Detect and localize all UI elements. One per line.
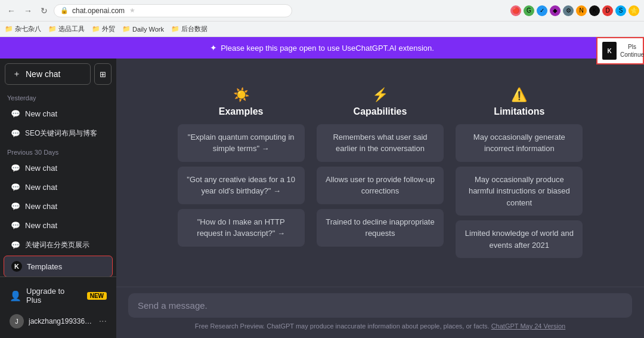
sun-icon: ☀️ xyxy=(178,87,305,103)
ext-icon-2[interactable]: G xyxy=(524,5,534,16)
sidebar-item-templates[interactable]: K Templates xyxy=(4,256,113,276)
sidebar-item-prev3-label: New chat xyxy=(25,202,57,211)
chat-icon-3: 💬 xyxy=(11,164,20,173)
banner: ✦ Please keep this page open to use UseC… xyxy=(0,37,644,59)
sidebar-item-prev4-label: New chat xyxy=(25,221,57,230)
ext-icon-6[interactable]: N xyxy=(576,5,587,16)
examples-column: ☀️ Examples "Explain quantum computing i… xyxy=(178,87,305,259)
capability-card-3[interactable]: Trained to decline inappropriate request… xyxy=(317,209,444,247)
section-label-30days: Previous 30 Days xyxy=(0,144,116,158)
main-content: ☀️ Examples "Explain quantum computing i… xyxy=(116,59,644,338)
sidebar-item-prev2[interactable]: 💬 New chat xyxy=(4,178,113,196)
sidebar-item-keywords-label: 关键词在分类页展示 xyxy=(25,240,89,250)
example-card-3[interactable]: "How do I make an HTTP request in Javasc… xyxy=(178,209,305,247)
bookmark-tools[interactable]: 📁 选品工具 xyxy=(48,24,85,33)
ext-icon-7[interactable]: K xyxy=(589,5,600,16)
capabilities-title: Capabilities xyxy=(317,106,444,117)
chat-area: ☀️ Examples "Explain quantum computing i… xyxy=(116,59,644,287)
new-chat-label: New chat xyxy=(26,69,60,79)
user-profile[interactable]: J jackzhang199336@... ··· xyxy=(5,309,112,333)
section-label-yesterday: Yesterday xyxy=(0,90,116,104)
example-card-2-text: "Got any creative ideas for a 10 year ol… xyxy=(187,175,295,196)
ext-icon-10[interactable]: ⭐ xyxy=(628,5,639,16)
limitation-card-3-text: Limited knowledge of world and events af… xyxy=(465,229,574,250)
sidebar-item-seo[interactable]: 💬 SEO关键词布局与博客 xyxy=(4,124,113,143)
ext-icon-3[interactable]: ✓ xyxy=(537,5,547,16)
example-card-3-text: "How do I make an HTTP request in Javasc… xyxy=(197,217,285,238)
k-icon: K xyxy=(11,261,22,272)
address-text: chat.openai.com xyxy=(72,7,125,15)
chat-icon-2: 💬 xyxy=(11,129,20,138)
forward-button[interactable]: → xyxy=(21,5,35,17)
capability-card-1-text: Remembers what user said earlier in the … xyxy=(333,133,427,153)
capability-card-3-text: Trained to decline inappropriate request… xyxy=(326,217,434,238)
bookmark-daily[interactable]: 📁 Daily Work xyxy=(122,25,164,33)
chat-icon-6: 💬 xyxy=(11,221,20,230)
sidebar-item-prev1-label: New chat xyxy=(25,164,57,173)
footer-link[interactable]: ChatGPT May 24 Version xyxy=(491,322,566,330)
chat-icon-7: 💬 xyxy=(11,241,20,250)
username-label: jackzhang199336@... xyxy=(29,317,94,325)
upgrade-button[interactable]: 👤 Upgrade to Plus NEW xyxy=(5,282,112,309)
capabilities-header: ⚡ Capabilities xyxy=(317,87,444,117)
sidebar-item-prev1[interactable]: 💬 New chat xyxy=(4,159,113,177)
ext-popup-icon: K xyxy=(602,42,617,60)
capability-card-1[interactable]: Remembers what user said earlier in the … xyxy=(317,124,444,162)
sidebar-item-prev4[interactable]: 💬 New chat xyxy=(4,216,113,235)
sidebar-item-keywords[interactable]: 💬 关键词在分类页展示 xyxy=(4,235,113,255)
columns-icon: ⊞ xyxy=(100,70,106,79)
user-circle-icon: 👤 xyxy=(10,290,21,302)
ext-icon-9[interactable]: S xyxy=(615,5,626,16)
banner-text: Please keep this page open to use UseCha… xyxy=(221,44,434,53)
example-card-1[interactable]: "Explain quantum computing in simple ter… xyxy=(178,124,305,162)
bookmark-misc[interactable]: 📁 杂七杂八 xyxy=(5,24,41,33)
limitation-card-2[interactable]: May occasionally produce harmful instruc… xyxy=(456,167,583,216)
upgrade-label: Upgrade to Plus xyxy=(26,287,80,305)
triangle-icon: ⚠️ xyxy=(456,87,583,103)
sidebar-item-templates-label: Templates xyxy=(27,262,62,271)
limitations-title: Limitations xyxy=(456,106,583,117)
refresh-button[interactable]: ↻ xyxy=(38,5,50,17)
cards-grid: ☀️ Examples "Explain quantum computing i… xyxy=(178,87,583,259)
example-card-1-text: "Explain quantum computing in simple ter… xyxy=(188,133,295,153)
message-placeholder: Send a message. xyxy=(138,300,623,311)
app: ＋ New chat ⊞ Yesterday 💬 New chat 💬 SEO关… xyxy=(0,59,644,338)
bookmark-trade[interactable]: 📁 外贸 xyxy=(92,24,115,33)
extension-popup[interactable]: K Pls Continue xyxy=(596,37,644,64)
sidebar-top: ＋ New chat ⊞ xyxy=(0,59,116,90)
ext-icon-4[interactable]: ◆ xyxy=(550,5,561,16)
address-bar[interactable]: 🔒 chat.openai.com ★ xyxy=(54,4,292,17)
bookmark-backend[interactable]: 📁 后台数据 xyxy=(171,24,208,33)
capabilities-column: ⚡ Capabilities Remembers what user said … xyxy=(317,87,444,259)
new-chat-button[interactable]: ＋ New chat xyxy=(5,63,91,85)
limitation-card-3[interactable]: Limited knowledge of world and events af… xyxy=(456,220,583,258)
footer-text: Free Research Preview. ChatGPT may produ… xyxy=(128,318,632,332)
banner-sparkle-icon: ✦ xyxy=(210,43,217,53)
ext-icon-5[interactable]: ⚙ xyxy=(563,5,574,16)
limitation-card-1[interactable]: May occasionally generate incorrect info… xyxy=(456,124,583,162)
sidebar-list: Yesterday 💬 New chat 💬 SEO关键词布局与博客 Previ… xyxy=(0,90,116,276)
ext-icon-1[interactable]: 🔴 xyxy=(510,5,521,16)
browser-chrome: ← → ↻ 🔒 chat.openai.com ★ 🔴 G ✓ ◆ ⚙ N K … xyxy=(0,0,644,21)
lightning-icon: ⚡ xyxy=(317,87,444,103)
chat-icon-4: 💬 xyxy=(11,183,20,192)
sidebar-item-prev2-label: New chat xyxy=(25,183,57,192)
more-icon[interactable]: ··· xyxy=(99,316,107,327)
sidebar-item-seo-label: SEO关键词布局与博客 xyxy=(25,128,97,139)
limitations-header: ⚠️ Limitations xyxy=(456,87,583,117)
chat-icon: 💬 xyxy=(11,109,20,118)
back-button[interactable]: ← xyxy=(5,5,18,17)
footer-main-text: Free Research Preview. ChatGPT may produ… xyxy=(195,322,490,330)
example-card-2[interactable]: "Got any creative ideas for a 10 year ol… xyxy=(178,167,305,204)
input-area: Send a message. Free Research Preview. C… xyxy=(116,287,644,338)
examples-header: ☀️ Examples xyxy=(178,87,305,117)
sidebar-collapse-button[interactable]: ⊞ xyxy=(94,63,112,85)
limitation-card-1-text: May occasionally generate incorrect info… xyxy=(473,133,565,153)
ext-icon-8[interactable]: D xyxy=(602,5,613,16)
sidebar-item-prev3[interactable]: 💬 New chat xyxy=(4,197,113,216)
capability-card-2[interactable]: Allows user to provide follow-up correct… xyxy=(317,167,444,204)
message-input-box[interactable]: Send a message. xyxy=(128,293,632,318)
capability-card-2-text: Allows user to provide follow-up correct… xyxy=(326,175,435,196)
sidebar-item-yesterday-new-chat[interactable]: 💬 New chat xyxy=(4,105,113,123)
avatar: J xyxy=(10,314,24,328)
